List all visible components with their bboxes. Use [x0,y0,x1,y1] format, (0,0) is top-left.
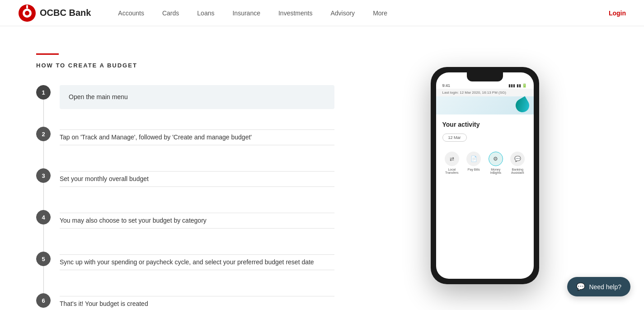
phone-icon-banking-assistant: 💬 BankingAssistant [510,152,525,174]
phone-icon-pay-bills: 📄 Pay Bills [466,152,481,174]
pay-bills-label: Pay Bills [468,168,480,171]
step-content-1: Open the main menu [60,85,334,114]
step-connector-2: 2 [36,127,51,168]
nav-links: Accounts Cards Loans Insurance Investmen… [118,10,609,17]
step-connector-5: 5 [36,252,51,293]
svg-rect-3 [26,5,28,9]
logo-text: OCBC Bank [40,8,91,18]
step-line-3 [43,183,44,210]
local-transfers-icon: ⇄ [445,152,459,166]
phone-icons-row: ⇄ LocalTransfers 📄 Pay Bills ⚙ MoneyIn$i… [442,152,527,174]
step-content-4: You may also choose to set your budget b… [60,210,334,235]
banking-assistant-icon: 💬 [510,152,525,166]
pay-bills-icon: 📄 [466,152,481,166]
step-connector-3: 3 [36,168,51,210]
step-number-2: 2 [36,127,51,141]
navbar: OCBC Bank Accounts Cards Loans Insurance… [0,0,644,26]
phone-time: 9:41 [442,83,451,88]
step-number-1: 1 [36,85,51,100]
phone-notch [467,72,503,81]
step-connector-6: 6 [36,293,51,308]
step-box-1: Open the main menu [60,85,334,109]
step-text-5: Sync up with your spending or paycheck c… [60,258,314,266]
phone-signal-icons: ▮▮▮ ▮▮ 🔋 [508,83,527,88]
need-help-label: Need help? [589,283,621,291]
step-row-4: 4 You may also choose to set your budget… [36,210,334,252]
step-content-2: Tap on 'Track and Manage', followed by '… [60,127,334,152]
step-text-4: You may also choose to set your budget b… [60,217,207,224]
step-line-4 [43,224,44,252]
phone-activity-title: Your activity [442,121,527,128]
step-content-6: That's it! Your budget is created [60,293,334,310]
nav-more[interactable]: More [373,10,387,17]
phone-date-chip: 12 Mar [442,134,467,142]
nav-investments[interactable]: Investments [278,10,312,17]
step-text-2: Tap on 'Track and Manage', followed by '… [60,134,252,141]
need-help-button[interactable]: 💬 Need help? [567,277,630,296]
phone-icon-money-insights: ⚙ MoneyIn$ights [489,152,503,174]
nav-loans[interactable]: Loans [197,10,214,17]
login-link[interactable]: Login [609,10,626,17]
phone-last-login: Last login: 12 Mar 2020, 16:13 PM (SG) [442,91,506,95]
step-number-4: 4 [36,210,51,224]
logo[interactable]: OCBC Bank [18,4,91,22]
step-row-5: 5 Sync up with your spending or paycheck… [36,252,334,293]
step-connector-1: 1 [36,85,51,127]
phone-screen: 9:41 ▮▮▮ ▮▮ 🔋 Last login: 12 Mar 2020, 1… [436,72,534,279]
step-text-6: That's it! Your budget is created [60,300,148,307]
nav-insurance[interactable]: Insurance [232,10,260,17]
step-number-3: 3 [36,168,51,183]
step-text-1: Open the main menu [69,93,128,100]
step-line-2 [43,141,44,168]
main-content: HOW TO CREATE A BUDGET 1 Open the main m… [0,26,644,310]
right-panel: 9:41 ▮▮▮ ▮▮ 🔋 Last login: 12 Mar 2020, 1… [362,53,608,310]
money-insights-icon: ⚙ [489,152,503,166]
teal-swoosh-decoration [513,96,531,115]
left-panel: HOW TO CREATE A BUDGET 1 Open the main m… [36,53,334,310]
phone-login-bar: Last login: 12 Mar 2020, 16:13 PM (SG) [436,89,534,96]
section-title: HOW TO CREATE A BUDGET [36,62,334,69]
step-row-2: 2 Tap on 'Track and Manage', followed by… [36,127,334,168]
logo-icon [18,4,36,22]
section-label-bar [36,53,59,55]
step-line-1 [43,100,44,127]
step-connector-4: 4 [36,210,51,252]
svg-point-2 [25,11,29,15]
step-content-3: Set your monthly overall budget [60,168,334,193]
phone-header-image [436,96,534,114]
phone-icon-local-transfers: ⇄ LocalTransfers [445,152,459,174]
step-row-6: 6 That's it! Your budget is created [36,293,334,310]
step-number-5: 5 [36,252,51,266]
steps-container: 1 Open the main menu 2 Tap on 'Track [36,85,334,310]
banking-assistant-label: BankingAssistant [511,168,524,174]
phone-status-bar: 9:41 ▮▮▮ ▮▮ 🔋 [436,81,534,89]
money-insights-label: MoneyIn$ights [490,168,501,174]
step-row-1: 1 Open the main menu [36,85,334,127]
local-transfers-label: LocalTransfers [445,168,458,174]
chat-icon: 💬 [576,282,585,291]
step-line-5 [43,266,44,293]
nav-cards[interactable]: Cards [162,10,179,17]
step-text-3: Set your monthly overall budget [60,175,149,182]
step-content-5: Sync up with your spending or paycheck c… [60,252,334,277]
phone-mockup: 9:41 ▮▮▮ ▮▮ 🔋 Last login: 12 Mar 2020, 1… [431,67,539,284]
step-number-6: 6 [36,293,51,308]
step-row-3: 3 Set your monthly overall budget [36,168,334,210]
nav-advisory[interactable]: Advisory [330,10,355,17]
nav-accounts[interactable]: Accounts [118,10,144,17]
phone-activity-section: Your activity 12 Mar ⇄ LocalTransfers 📄 … [436,114,534,279]
